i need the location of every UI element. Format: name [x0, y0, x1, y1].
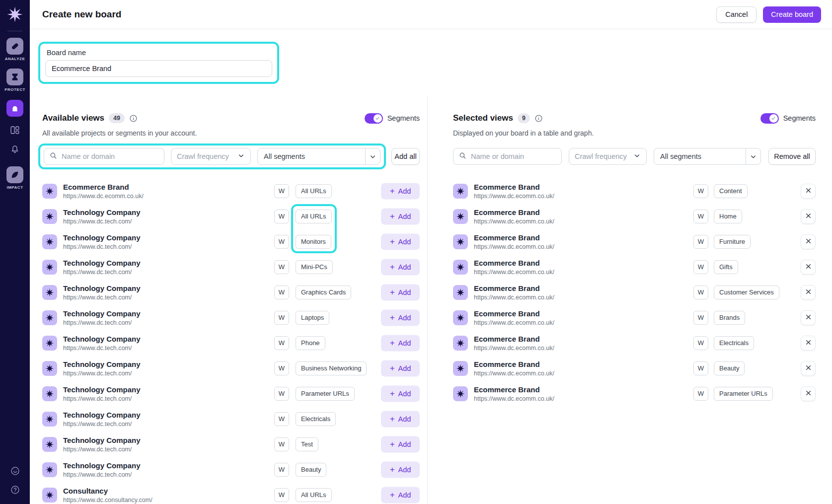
remove-view-button[interactable] — [801, 310, 816, 325]
selected-view-row: Ecommerce Brand https://www.dc.ecomm.co.… — [453, 330, 816, 356]
segment-badge: Phone — [296, 336, 325, 350]
project-name: Ecommerce Brand — [474, 208, 554, 217]
add-view-button[interactable]: +Add — [381, 208, 420, 224]
sidebar-item-protect[interactable]: PROTECT — [4, 69, 25, 92]
notifications-bell-icon — [9, 144, 20, 156]
cancel-button[interactable]: Cancel — [716, 6, 756, 23]
available-views-count-badge: 49 — [109, 113, 125, 123]
add-view-button[interactable]: +Add — [381, 487, 420, 503]
project-name: Technology Company — [63, 335, 141, 344]
remove-view-button[interactable] — [801, 260, 816, 275]
crawl-type-badge: W — [274, 412, 289, 426]
segment-badge: Graphics Cards — [296, 286, 351, 299]
selected-views-subtitle: Displayed on your board in a table and g… — [453, 129, 816, 137]
remove-view-button[interactable] — [801, 285, 816, 300]
selected-crawl-frequency-select[interactable]: Crawl frequency — [569, 148, 647, 165]
crawl-type-badge: W — [274, 387, 289, 401]
crawl-type-badge: W — [693, 311, 708, 325]
available-segments-select[interactable]: All segments — [257, 148, 380, 165]
project-url: https://www.dc.tech.com/ — [63, 370, 141, 377]
add-view-button[interactable]: +Add — [381, 360, 420, 376]
protect-hourglass-icon — [6, 69, 23, 85]
project-url: https://www.dc.ecomm.co.uk/ — [474, 395, 554, 402]
available-search-input[interactable] — [62, 152, 159, 160]
sidebar-item-analyze[interactable]: ANALYZE — [5, 38, 25, 61]
remove-view-button[interactable] — [801, 386, 816, 401]
project-starburst-icon — [42, 386, 57, 401]
board-name-label: Board name — [47, 49, 272, 57]
plus-icon: + — [390, 263, 395, 271]
add-view-button[interactable]: +Add — [381, 335, 420, 351]
selected-view-row: Ecommerce Brand https://www.dc.ecomm.co.… — [453, 229, 816, 254]
project-url: https://www.dc.ecomm.co.uk/ — [474, 243, 554, 250]
segments-toggle[interactable] — [365, 113, 383, 124]
segment-badge: All URLs — [296, 488, 332, 502]
selected-view-row: Ecommerce Brand https://www.dc.ecomm.co.… — [453, 381, 816, 406]
chevron-down-icon — [365, 148, 380, 164]
selected-views-panel: Selected views 9 Segments Displ — [428, 97, 832, 504]
add-view-button[interactable]: +Add — [381, 259, 420, 275]
selected-search-field[interactable] — [453, 148, 562, 165]
info-icon[interactable] — [534, 114, 543, 123]
board-name-input[interactable] — [45, 60, 272, 77]
segments-toggle[interactable] — [760, 113, 779, 124]
segment-badge: Beauty — [714, 361, 745, 375]
remove-view-button[interactable] — [801, 336, 816, 351]
project-url: https://www.dc.ecomm.co.uk/ — [474, 269, 554, 276]
sidebar-item-notifications[interactable] — [9, 144, 20, 156]
crawl-type-badge: W — [274, 463, 289, 477]
search-icon — [458, 151, 467, 162]
help-question-icon[interactable] — [10, 485, 20, 497]
add-view-button[interactable]: +Add — [381, 309, 420, 326]
available-views-title: Available views — [42, 113, 104, 123]
create-board-button[interactable]: Create board — [763, 6, 821, 23]
available-view-row: Technology Company https://www.dc.tech.c… — [42, 254, 420, 280]
available-crawl-frequency-select[interactable]: Crawl frequency — [171, 148, 251, 165]
project-url: https://www.dc.ecomm.co.uk/ — [474, 294, 554, 301]
add-view-button[interactable]: +Add — [381, 284, 420, 300]
project-name: Ecommerce Brand — [474, 183, 554, 192]
project-url: https://www.dc.consultancy.com/ — [63, 497, 152, 504]
available-search-field[interactable] — [44, 148, 164, 165]
sidebar-item-label: PROTECT — [4, 87, 25, 92]
remove-view-button[interactable] — [801, 209, 816, 224]
search-icon — [49, 151, 58, 162]
add-all-button[interactable]: Add all — [391, 148, 420, 165]
project-url: https://www.dc.ecomm.co.uk/ — [474, 319, 554, 326]
project-name: Ecommerce Brand — [474, 284, 554, 293]
selected-view-row: Ecommerce Brand https://www.dc.ecomm.co.… — [453, 254, 816, 280]
add-view-button[interactable]: +Add — [381, 411, 420, 427]
sidebar-item-boards[interactable] — [9, 125, 20, 138]
top-bar: Create new board Cancel Create board — [30, 0, 832, 29]
selected-search-input[interactable] — [471, 152, 556, 160]
close-icon — [805, 339, 812, 347]
add-view-button[interactable]: +Add — [381, 183, 420, 199]
plus-icon: + — [390, 389, 395, 398]
sidebar-item-impact[interactable]: IMPACT — [6, 166, 23, 190]
add-view-button[interactable]: +Add — [381, 436, 420, 452]
close-icon — [805, 263, 812, 271]
selected-segments-select[interactable]: All segments — [654, 148, 761, 165]
selected-views-count-badge: 9 — [518, 113, 530, 123]
add-view-button[interactable]: +Add — [381, 385, 420, 402]
remove-view-button[interactable] — [801, 184, 816, 199]
remove-view-button[interactable] — [801, 361, 816, 376]
project-name: Consultancy — [63, 487, 152, 496]
available-view-row: Technology Company https://www.dc.tech.c… — [42, 381, 420, 406]
remove-view-button[interactable] — [801, 234, 816, 249]
feedback-smiley-icon[interactable] — [10, 466, 20, 478]
project-starburst-icon — [42, 184, 57, 199]
remove-all-button[interactable]: Remove all — [768, 148, 816, 165]
available-filters-annotation-box: Crawl frequency All segments — [38, 144, 386, 169]
project-url: https://www.dc.tech.com/ — [63, 446, 141, 453]
available-view-row: Technology Company https://www.dc.tech.c… — [42, 330, 420, 356]
add-view-button[interactable]: +Add — [381, 461, 420, 478]
sidebar-item-monitor-active[interactable] — [6, 100, 23, 117]
available-views-list: Ecommerce Brand https://www.dc.ecomm.co.… — [42, 178, 420, 504]
available-view-row: Technology Company https://www.dc.tech.c… — [42, 280, 420, 305]
available-view-row: Technology Company https://www.dc.tech.c… — [42, 356, 420, 381]
sidebar-item-label: IMPACT — [6, 185, 23, 190]
project-starburst-icon — [42, 310, 57, 325]
info-icon[interactable] — [129, 114, 138, 123]
add-view-button[interactable]: +Add — [381, 233, 420, 250]
